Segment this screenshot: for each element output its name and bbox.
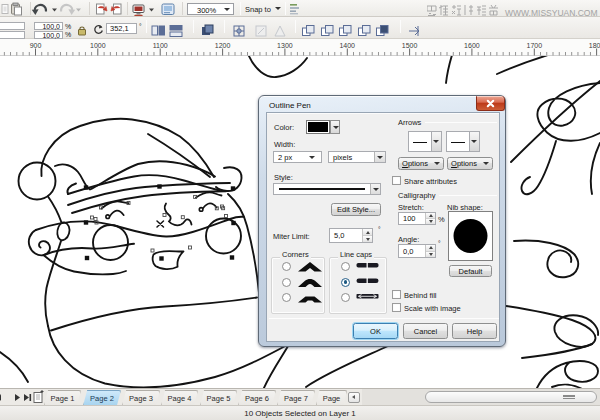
svg-text:1300: 1300 [277, 42, 293, 49]
svg-text:1800: 1800 [589, 42, 600, 49]
svg-text:1200: 1200 [215, 42, 231, 49]
svg-text:1000: 1000 [90, 42, 106, 49]
svg-text:1500: 1500 [402, 42, 418, 49]
svg-text:1100: 1100 [153, 42, 168, 49]
svg-text:1400: 1400 [339, 42, 355, 49]
svg-text:900: 900 [30, 42, 42, 49]
svg-text:1700: 1700 [527, 42, 543, 49]
svg-text:1600: 1600 [464, 42, 480, 49]
